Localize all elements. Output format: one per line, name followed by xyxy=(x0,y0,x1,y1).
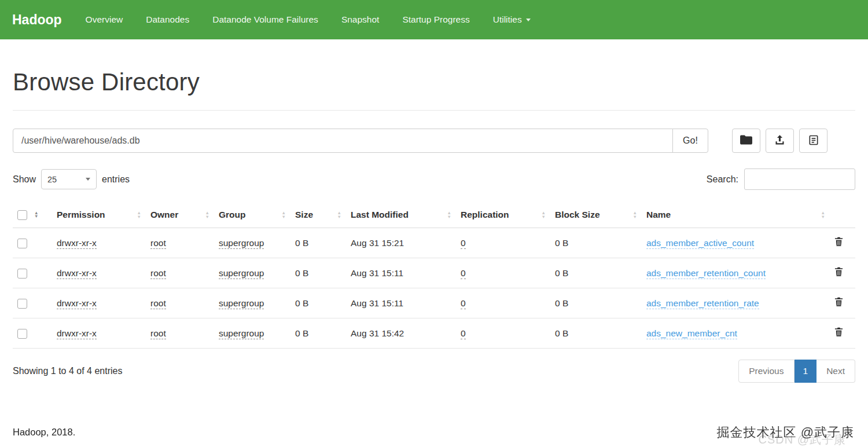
create-directory-button[interactable] xyxy=(732,129,760,153)
path-bar: Go! xyxy=(13,129,855,153)
delete-button[interactable] xyxy=(834,327,843,339)
delete-button[interactable] xyxy=(834,237,843,248)
title-divider xyxy=(13,110,855,111)
col-header-group[interactable]: Group▲▼ xyxy=(214,202,290,228)
entries-summary: Showing 1 to 4 of 4 entries xyxy=(13,366,122,376)
row-checkbox[interactable] xyxy=(17,269,27,279)
size-cell: 0 B xyxy=(295,268,308,278)
nav-item-datanode-volume-failures[interactable]: Datanode Volume Failures xyxy=(201,0,330,39)
sort-icon: ▲▼ xyxy=(821,211,825,219)
size-cell: 0 B xyxy=(295,328,308,338)
table-row: drwxr-xr-x root supergroup 0 B Aug 31 15… xyxy=(13,258,855,288)
sort-icon: ▲▼ xyxy=(447,211,451,219)
search-control: Search: xyxy=(707,168,855,190)
delete-button[interactable] xyxy=(834,297,843,309)
col-header-permission[interactable]: Permission▲▼ xyxy=(52,202,146,228)
watermark: 掘金技术社区 @武子康 CSDN @武子康 xyxy=(717,426,854,446)
top-navbar: Hadoop Overview Datanodes Datanode Volum… xyxy=(0,0,868,39)
paste-button[interactable] xyxy=(799,129,827,153)
row-checkbox[interactable] xyxy=(17,299,27,309)
page-title: Browse Directory xyxy=(13,68,855,96)
sort-icon: ▲▼ xyxy=(542,211,546,219)
owner-cell: root xyxy=(150,328,166,339)
chevron-down-icon xyxy=(526,19,531,21)
clipboard-list-icon xyxy=(808,134,819,148)
owner-cell: root xyxy=(150,298,166,309)
directory-name-link[interactable]: ads_member_retention_rate xyxy=(646,298,759,309)
table-row: drwxr-xr-x root supergroup 0 B Aug 31 15… xyxy=(13,228,855,258)
table-row: drwxr-xr-x root supergroup 0 B Aug 31 15… xyxy=(13,318,855,349)
pagination-next-button[interactable]: Next xyxy=(816,360,855,383)
entries-select[interactable]: 25 xyxy=(41,169,97,189)
permission-cell: drwxr-xr-x xyxy=(57,298,97,309)
hadoop-brand[interactable]: Hadoop xyxy=(0,0,74,39)
trash-icon xyxy=(834,297,843,309)
col-header-select[interactable]: ▲▼ xyxy=(13,202,52,228)
col-header-name[interactable]: Name▲▼ xyxy=(642,202,830,228)
directory-action-buttons xyxy=(732,129,827,153)
last-modified-cell: Aug 31 15:42 xyxy=(351,328,404,338)
folder-icon xyxy=(740,134,753,147)
replication-cell: 0 xyxy=(461,238,466,249)
pagination-page-1-button[interactable]: 1 xyxy=(795,360,817,383)
nav-menu: Overview Datanodes Datanode Volume Failu… xyxy=(74,0,542,39)
path-input-group: Go! xyxy=(13,129,708,153)
nav-item-snapshot[interactable]: Snapshot xyxy=(330,0,391,39)
sort-icon: ▲▼ xyxy=(34,211,38,219)
col-header-block-size[interactable]: Block Size▲▼ xyxy=(550,202,642,228)
col-header-replication[interactable]: Replication▲▼ xyxy=(456,202,550,228)
table-row: drwxr-xr-x root supergroup 0 B Aug 31 15… xyxy=(13,288,855,318)
search-input[interactable] xyxy=(744,168,855,190)
table-footer: Showing 1 to 4 of 4 entries Previous 1 N… xyxy=(13,360,855,383)
go-button[interactable]: Go! xyxy=(672,129,708,153)
block-size-cell: 0 B xyxy=(555,238,568,248)
row-checkbox[interactable] xyxy=(17,329,27,339)
footer-text: Hadoop, 2018. xyxy=(13,427,75,438)
chevron-down-icon xyxy=(86,178,90,181)
nav-item-datanodes[interactable]: Datanodes xyxy=(134,0,201,39)
upload-icon xyxy=(774,134,786,148)
sort-icon: ▲▼ xyxy=(282,211,286,219)
show-label: Show xyxy=(13,174,36,185)
size-cell: 0 B xyxy=(295,238,308,248)
delete-button[interactable] xyxy=(834,267,843,279)
col-header-size[interactable]: Size▲▼ xyxy=(290,202,346,228)
group-cell: supergroup xyxy=(219,298,264,309)
entries-label: entries xyxy=(102,174,130,185)
directory-name-link[interactable]: ads_member_retention_count xyxy=(646,268,766,279)
directory-name-link[interactable]: ads_member_active_count xyxy=(646,238,754,249)
table-header-row: ▲▼ Permission▲▼ Owner▲▼ Group▲▼ Size▲▼ L… xyxy=(13,202,855,228)
nav-item-overview[interactable]: Overview xyxy=(74,0,135,39)
col-header-owner[interactable]: Owner▲▼ xyxy=(146,202,214,228)
nav-item-utilities[interactable]: Utilities xyxy=(481,0,542,39)
directory-path-input[interactable] xyxy=(13,129,673,153)
col-header-last-modified[interactable]: Last Modified▲▼ xyxy=(346,202,456,228)
page-footer: Hadoop, 2018. 掘金技术社区 @武子康 CSDN @武子康 xyxy=(0,406,868,447)
size-cell: 0 B xyxy=(295,298,308,308)
main-content: Browse Directory Go! xyxy=(0,68,868,383)
owner-cell: root xyxy=(150,268,166,279)
trash-icon xyxy=(834,237,843,248)
nav-item-startup-progress[interactable]: Startup Progress xyxy=(391,0,481,39)
replication-cell: 0 xyxy=(461,268,466,279)
owner-cell: root xyxy=(150,238,166,249)
sort-icon: ▲▼ xyxy=(205,211,209,219)
pagination: Previous 1 Next xyxy=(738,360,855,383)
group-cell: supergroup xyxy=(219,238,264,249)
table-controls: Show 25 entries Search: xyxy=(13,168,855,190)
select-all-checkbox[interactable] xyxy=(17,210,27,220)
directory-name-link[interactable]: ads_new_member_cnt xyxy=(646,328,737,339)
col-header-actions xyxy=(830,202,855,228)
row-checkbox[interactable] xyxy=(17,239,27,248)
block-size-cell: 0 B xyxy=(555,328,568,338)
trash-icon xyxy=(834,267,843,279)
entries-select-value: 25 xyxy=(47,175,57,184)
pagination-previous-button[interactable]: Previous xyxy=(738,360,794,383)
sort-icon: ▲▼ xyxy=(137,211,141,219)
upload-files-button[interactable] xyxy=(766,129,794,153)
last-modified-cell: Aug 31 15:21 xyxy=(351,238,404,248)
sort-icon: ▲▼ xyxy=(337,211,341,219)
replication-cell: 0 xyxy=(461,298,466,309)
permission-cell: drwxr-xr-x xyxy=(57,328,97,339)
last-modified-cell: Aug 31 15:11 xyxy=(351,298,403,308)
